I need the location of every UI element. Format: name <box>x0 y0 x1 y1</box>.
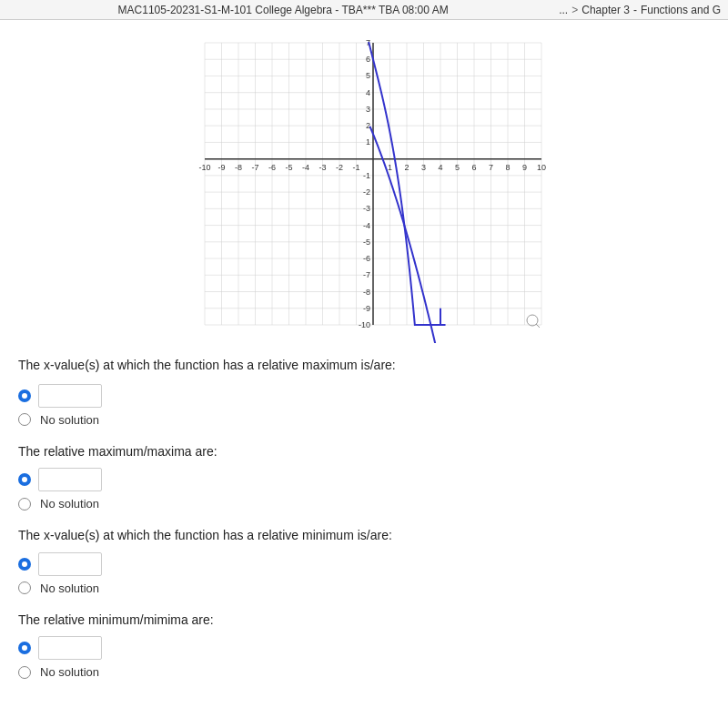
question-3-text: The x-value(s) at which the function has… <box>18 527 710 545</box>
question-3-group: The x-value(s) at which the function has… <box>18 527 710 595</box>
question-3-no-solution-row: No solution <box>18 581 710 595</box>
breadcrumb: ... > Chapter 3 - Functions and G <box>559 4 721 16</box>
breadcrumb-section: Functions and G <box>641 4 721 16</box>
question-3-input-row <box>18 552 710 576</box>
question-2-input[interactable] <box>38 468 102 491</box>
question-2-no-solution-label: No solution <box>40 497 99 511</box>
question-4-radio-no-solution[interactable] <box>18 666 31 679</box>
question-1-input-row <box>18 384 710 408</box>
graph-container <box>173 34 555 343</box>
question-2-no-solution-row: No solution <box>18 497 710 511</box>
question-1-no-solution-label: No solution <box>40 413 99 427</box>
question-1-group: The x-value(s) at which the function has… <box>18 357 710 427</box>
question-1-radio-selected[interactable] <box>18 389 31 402</box>
question-3-no-solution-label: No solution <box>40 581 99 595</box>
question-4-group: The relative minimum/mimima are: No solu… <box>18 612 710 680</box>
breadcrumb-separator: > <box>571 4 578 16</box>
header-bar: MAC1105-20231-S1-M-101 College Algebra -… <box>0 0 728 20</box>
function-graph <box>173 34 555 343</box>
breadcrumb-ellipsis: ... <box>559 4 568 16</box>
header-title: MAC1105-20231-S1-M-101 College Algebra -… <box>7 4 559 16</box>
question-1-input[interactable] <box>38 384 102 408</box>
question-3-radio-selected[interactable] <box>18 558 31 571</box>
question-1-radio-no-solution[interactable] <box>18 413 31 426</box>
question-4-input-row <box>18 636 710 660</box>
question-4-no-solution-row: No solution <box>18 665 710 679</box>
question-4-text: The relative minimum/mimima are: <box>18 612 710 630</box>
breadcrumb-chapter: Chapter 3 <box>581 4 630 16</box>
question-2-radio-no-solution[interactable] <box>18 498 31 511</box>
question-3-input[interactable] <box>38 552 102 576</box>
breadcrumb-dash: - <box>633 4 637 16</box>
question-4-no-solution-label: No solution <box>40 665 99 679</box>
question-4-radio-selected[interactable] <box>18 642 31 654</box>
question-2-group: The relative maximum/maxima are: No solu… <box>18 443 710 511</box>
question-1-no-solution-row: No solution <box>18 413 710 427</box>
main-content: The x-value(s) at which the function has… <box>0 20 728 728</box>
question-2-radio-selected[interactable] <box>18 473 31 486</box>
question-4-input[interactable] <box>38 636 102 660</box>
question-2-input-row <box>18 468 710 491</box>
question-1-text: The x-value(s) at which the function has… <box>18 357 710 375</box>
question-2-text: The relative maximum/maxima are: <box>18 443 710 461</box>
question-3-radio-no-solution[interactable] <box>18 581 31 594</box>
